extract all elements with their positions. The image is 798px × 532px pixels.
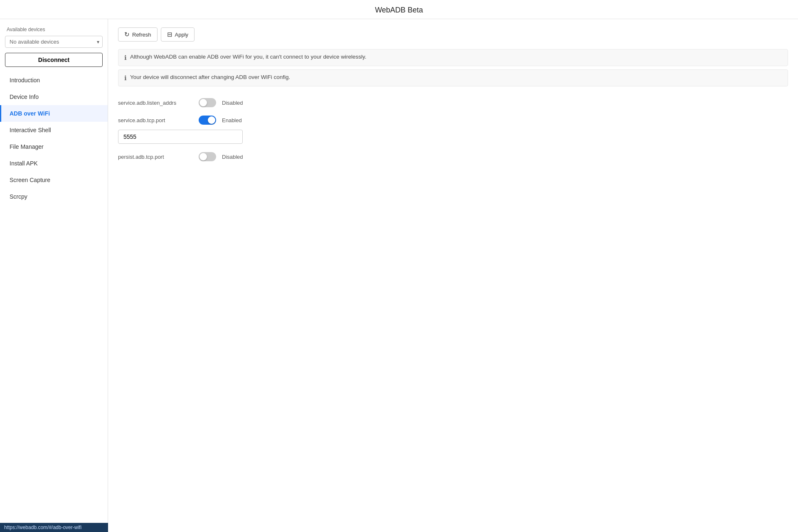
toggle-status-tcp-port: Enabled — [222, 117, 242, 123]
sidebar: Available devices No available devices ▾… — [0, 19, 108, 532]
sidebar-item-introduction[interactable]: Introduction — [0, 72, 108, 89]
app-title: WebADB Beta — [0, 0, 798, 19]
main-content: ↻ Refresh ⊟ Apply ℹ Although WebADB can … — [108, 19, 798, 532]
apply-button[interactable]: ⊟ Apply — [161, 27, 195, 42]
port-row-header: service.adb.tcp.port Enabled — [118, 116, 242, 125]
info-banner-1: ℹ Although WebADB can enable ADB over Wi… — [118, 49, 788, 66]
device-select-wrapper: No available devices ▾ — [5, 36, 103, 48]
info-banner-2: ℹ Your device will disconnect after chan… — [118, 69, 788, 86]
toggle-persist-tcp-port[interactable] — [199, 152, 216, 161]
status-url: https://webadb.com/#/adb-over-wifi — [4, 525, 81, 530]
sidebar-item-scrcpy[interactable]: Scrcpy — [0, 188, 108, 205]
sidebar-item-adb-over-wifi[interactable]: ADB over WiFi — [0, 105, 108, 122]
sidebar-item-file-manager[interactable]: File Manager — [0, 138, 108, 155]
port-input[interactable] — [118, 130, 243, 144]
setting-row-persist-tcp-port: persist.adb.tcp.port Disabled — [118, 148, 788, 165]
refresh-icon: ↻ — [124, 31, 130, 38]
available-devices-label: Available devices — [0, 24, 108, 34]
toggle-slider-tcp-port — [199, 116, 216, 125]
sidebar-item-screen-capture[interactable]: Screen Capture — [0, 172, 108, 188]
toolbar: ↻ Refresh ⊟ Apply — [118, 27, 788, 42]
status-bar: https://webadb.com/#/adb-over-wifi — [0, 523, 108, 532]
toggle-status-listen-addrs: Disabled — [222, 100, 243, 106]
info-icon-2: ℹ — [124, 74, 127, 82]
toggle-slider-persist-tcp-port — [199, 152, 216, 161]
sidebar-item-interactive-shell[interactable]: Interactive Shell — [0, 122, 108, 138]
refresh-button[interactable]: ↻ Refresh — [118, 27, 158, 42]
settings-section: service.adb.listen_addrs Disabled servic… — [118, 94, 788, 165]
setting-row-listen-addrs: service.adb.listen_addrs Disabled — [118, 94, 788, 111]
setting-label-listen-addrs: service.adb.listen_addrs — [118, 100, 193, 106]
toggle-listen-addrs[interactable] — [199, 98, 216, 107]
disconnect-button[interactable]: Disconnect — [5, 53, 103, 67]
toggle-slider-listen-addrs — [199, 98, 216, 107]
sidebar-item-install-apk[interactable]: Install APK — [0, 155, 108, 172]
toggle-tcp-port[interactable] — [199, 116, 216, 125]
setting-row-tcp-port: service.adb.tcp.port Enabled — [118, 111, 788, 148]
device-select[interactable]: No available devices — [5, 36, 103, 48]
sidebar-item-device-info[interactable]: Device Info — [0, 89, 108, 105]
setting-label-persist-tcp-port: persist.adb.tcp.port — [118, 154, 193, 160]
nav-list: Introduction Device Info ADB over WiFi I… — [0, 72, 108, 205]
setting-label-tcp-port: service.adb.tcp.port — [118, 117, 193, 123]
info-icon-1: ℹ — [124, 54, 127, 62]
save-icon: ⊟ — [167, 31, 172, 38]
toggle-status-persist-tcp-port: Disabled — [222, 154, 243, 160]
